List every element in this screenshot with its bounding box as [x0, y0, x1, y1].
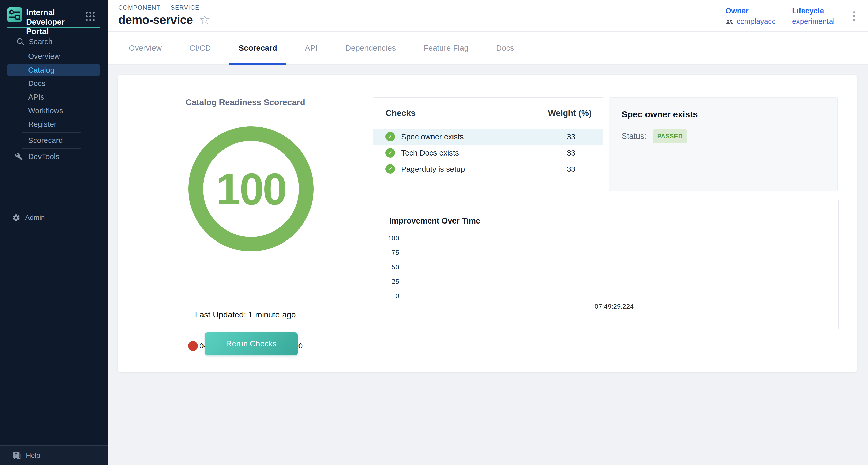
status-badge: PASSED — [653, 129, 688, 143]
check-row-spec-owner[interactable]: ✓ Spec owner exists 33 — [373, 129, 603, 145]
sidebar-divider — [22, 148, 81, 149]
rerun-checks-button[interactable]: Rerun Checks — [205, 332, 298, 355]
tab-cicd[interactable]: CI/CD — [180, 32, 220, 64]
sidebar-search[interactable]: Search — [0, 36, 107, 47]
search-label: Search — [29, 37, 52, 46]
chart-x-tick: 07:49:29.224 — [595, 303, 634, 311]
users-icon — [725, 18, 734, 25]
chart-y-axis: 100 75 50 25 0 — [374, 200, 399, 330]
tab-bar: Overview CI/CD Scorecard API Dependencie… — [107, 32, 868, 65]
score-gauge: 100 — [188, 126, 314, 251]
sidebar-item-register[interactable]: Register — [0, 118, 107, 131]
sidebar-divider — [7, 210, 99, 211]
checks-table-header: Checks Weight (%) — [373, 97, 603, 129]
sidebar-item-apis[interactable]: APIs — [0, 90, 107, 104]
owner-label: Owner — [725, 7, 776, 15]
tab-api[interactable]: API — [296, 32, 327, 64]
sidebar-nav: Overview Catalog Docs APIs Workflows Reg… — [0, 50, 107, 163]
tab-dependencies[interactable]: Dependencies — [336, 32, 405, 64]
lifecycle-label: Lifecycle — [792, 7, 835, 15]
sidebar-item-catalog[interactable]: Catalog — [7, 64, 100, 76]
favorite-star-icon[interactable]: ☆ — [199, 13, 211, 26]
status-label: Status: — [622, 132, 647, 141]
apps-grid-icon[interactable] — [86, 12, 95, 21]
title-row: demo-service ☆ — [118, 13, 211, 27]
tab-overview[interactable]: Overview — [120, 32, 171, 64]
sidebar-item-devtools[interactable]: DevTools — [0, 150, 107, 163]
check-passed-icon: ✓ — [385, 132, 395, 142]
tab-docs[interactable]: Docs — [487, 32, 523, 64]
svg-text:?: ? — [15, 453, 17, 457]
gauge-heading: Catalog Readiness Scorecard — [118, 97, 373, 107]
legend-red-dot — [188, 341, 198, 351]
check-row-pagerduty[interactable]: ✓ Pagerduty is setup 33 — [373, 161, 603, 177]
sidebar-item-docs[interactable]: Docs — [0, 77, 107, 90]
sidebar-help[interactable]: ? Help — [0, 445, 107, 465]
status-row: Status: PASSED — [622, 129, 687, 143]
improvement-chart: Improvement Over Time 100 75 50 25 0 07:… — [374, 200, 839, 330]
check-passed-icon: ✓ — [385, 148, 395, 158]
check-detail-title: Spec owner exists — [622, 109, 698, 119]
tab-feature-flag[interactable]: Feature Flag — [414, 32, 477, 64]
gauge-section: Catalog Readiness Scorecard 100 0-49 — [118, 75, 373, 372]
sidebar-item-admin[interactable]: Admin — [0, 211, 107, 224]
sidebar-divider — [22, 132, 81, 133]
check-detail-panel: Spec owner exists Status: PASSED — [609, 97, 838, 191]
sidebar-logo-row: Internal Developer Portal — [7, 7, 100, 23]
wrench-icon — [15, 153, 23, 161]
portal-logo-icon — [7, 7, 22, 22]
help-chat-icon: ? — [12, 451, 21, 460]
content-area: Catalog Readiness Scorecard 100 0-49 — [107, 65, 868, 465]
lifecycle-value[interactable]: experimental — [792, 17, 835, 26]
gear-icon — [12, 214, 20, 222]
score-value: 100 — [216, 163, 286, 214]
page-title: demo-service — [118, 13, 193, 27]
sidebar-accent-divider — [7, 27, 100, 29]
sidebar-item-scorecard[interactable]: Scorecard — [0, 134, 107, 147]
weight-header-label: Weight (%) — [548, 108, 592, 118]
header-meta: Owner ccmplayacc Lifecycle experimental — [725, 7, 857, 26]
kebab-menu-icon[interactable] — [851, 9, 857, 24]
check-passed-icon: ✓ — [385, 164, 395, 174]
sidebar-item-workflows[interactable]: Workflows — [0, 104, 107, 118]
check-row-tech-docs[interactable]: ✓ Tech Docs exists 33 — [373, 145, 603, 161]
page-header: COMPONENT — SERVICE demo-service ☆ Owner… — [107, 0, 868, 32]
checks-card: Checks Weight (%) ✓ Spec owner exists 33… — [373, 97, 603, 191]
tab-scorecard[interactable]: Scorecard — [229, 32, 286, 64]
owner-block: Owner ccmplayacc — [725, 7, 776, 26]
scorecard-panel: Catalog Readiness Scorecard 100 0-49 — [118, 75, 857, 372]
search-icon — [16, 37, 24, 46]
lifecycle-block: Lifecycle experimental — [792, 7, 835, 26]
main-area: COMPONENT — SERVICE demo-service ☆ Owner… — [107, 0, 868, 465]
owner-link[interactable]: ccmplayacc — [725, 17, 776, 26]
sidebar: Internal Developer Portal Search Overvie… — [0, 0, 107, 465]
sidebar-item-overview[interactable]: Overview — [0, 50, 107, 63]
checks-header-label: Checks — [385, 108, 415, 118]
chart-title: Improvement Over Time — [389, 216, 480, 225]
portal-title: Internal Developer Portal — [26, 8, 83, 36]
app-root: Internal Developer Portal Search Overvie… — [0, 0, 868, 465]
breadcrumb: COMPONENT — SERVICE — [118, 4, 199, 11]
last-updated-text: Last Updated: 1 minute ago — [118, 310, 373, 319]
